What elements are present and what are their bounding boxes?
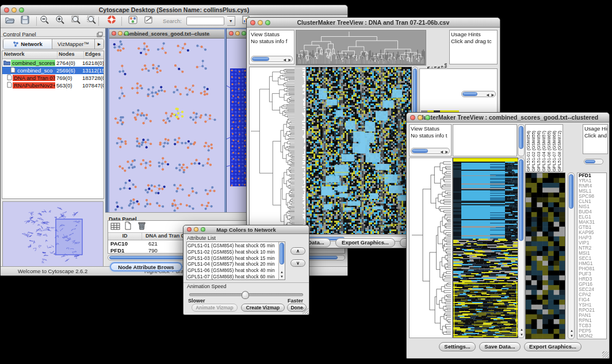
attribute-item[interactable]: GPL51-02 (GSM855) heat shock 10 min: [188, 249, 278, 255]
zoom-fit-icon[interactable]: [71, 15, 81, 26]
zoom-in-icon[interactable]: [55, 15, 65, 26]
tv2-settings-button[interactable]: Settings...: [439, 342, 476, 351]
vizmap-nodes-icon[interactable]: [128, 16, 137, 26]
tv2-gene-label[interactable]: MON2: [577, 334, 606, 339]
data-column-id[interactable]: ID: [108, 233, 142, 240]
slider-thumb[interactable]: [242, 291, 249, 299]
search-dropdown-arrow[interactable]: ▼: [227, 16, 235, 26]
treeview1-zoom-button[interactable]: [265, 20, 270, 25]
column-header-nodes[interactable]: Nodes: [58, 51, 84, 59]
tv1-zoom-hscroll[interactable]: ◀▶: [461, 91, 496, 97]
search-input[interactable]: [186, 17, 224, 25]
tv2-column-label[interactable]: GPL51-01 (GSM854): [526, 125, 531, 171]
frame2-minimize-button[interactable]: [235, 31, 240, 36]
dialog-zoom-button[interactable]: [201, 227, 205, 232]
tv1-heatmap-canvas[interactable]: [306, 67, 412, 235]
tv2-gene-vscroll[interactable]: ▲▼: [568, 173, 575, 339]
tv1-row-dendrogram-canvas[interactable]: [249, 67, 306, 235]
attribute-list-vscroll[interactable]: ▲▼: [278, 242, 285, 279]
node-attribute-browser-button[interactable]: Node Attribute Brows: [110, 262, 182, 271]
tv2-column-label[interactable]: GPL51-04 (GSM857): [541, 125, 546, 171]
tv2-column-label[interactable]: GPL51-07 (GSM868): [552, 125, 557, 171]
tv2-export-graphics-button[interactable]: Export Graphics...: [524, 342, 582, 351]
frame1-minimize-button[interactable]: [118, 31, 123, 36]
tv2-column-tree-panel[interactable]: [453, 124, 517, 156]
tv1-column-dendrogram-canvas[interactable]: [296, 30, 426, 66]
frame1-titlebar[interactable]: combined_scores_good.txt--cluste...: [109, 29, 224, 39]
tv2-column-label[interactable]: GPL51-08 (GSM872): [557, 125, 562, 171]
data-row-id: PAC10: [108, 240, 144, 247]
attribute-item[interactable]: GPL51-07 (GSM868) heat shock 60 min: [188, 274, 278, 280]
tv2-usage-hints-panel: Usage Hints Click and: [583, 124, 608, 154]
create-vizmap-button[interactable]: Create Vizmap: [241, 304, 285, 312]
zoom-button[interactable]: [19, 7, 24, 13]
network-row[interactable]: combined_scores2764(0)16218(0): [2, 59, 104, 67]
tv1-status-hscroll[interactable]: ◀▶: [251, 56, 293, 62]
dialog-resize-grip[interactable]: [302, 308, 308, 314]
tv2-column-vscroll[interactable]: [518, 124, 525, 156]
tv2-usage-hscroll[interactable]: [584, 159, 603, 164]
data-row-id: PFD1: [108, 247, 144, 254]
treeview2-title: ClusterMaker TreeView : combined_scores_…: [418, 114, 598, 121]
tv1-export-graphics-button[interactable]: Export Graphics...: [335, 238, 395, 247]
tab-overflow-arrow[interactable]: ▶: [95, 39, 104, 49]
frame1-close-button[interactable]: [112, 31, 116, 36]
tv2-save-data-button[interactable]: Save Data...: [479, 342, 521, 351]
map-dialog-titlebar[interactable]: Map Colors to Network: [183, 225, 309, 234]
move-attribute-up-button[interactable]: ∧: [290, 247, 305, 255]
annotation-icon[interactable]: [144, 16, 153, 26]
zoom-selected-icon[interactable]: [87, 15, 97, 26]
attribute-select-icon[interactable]: [110, 222, 120, 233]
animate-vizmap-button[interactable]: Animate Vizmap: [192, 304, 238, 312]
treeview2-titlebar[interactable]: ClusterMaker TreeView : combined_scores_…: [407, 113, 609, 122]
open-session-icon[interactable]: [5, 16, 15, 26]
minimize-button[interactable]: [12, 7, 17, 13]
treeview1-close-button[interactable]: [250, 20, 255, 25]
tab-vizmapper[interactable]: VizMapper™: [52, 39, 95, 49]
zoom-out-icon[interactable]: [40, 15, 49, 26]
attribute-item[interactable]: GPL51-01 (GSM854) heat shock 05 min: [188, 243, 278, 249]
column-header-network[interactable]: Network: [2, 51, 58, 59]
network-row[interactable]: RNAPuberNov2+1563(0)107847(0): [2, 82, 104, 89]
tv2-status-hscroll[interactable]: ◀▶: [411, 148, 450, 154]
tv2-resize-grip[interactable]: [602, 351, 609, 358]
new-attribute-icon[interactable]: [124, 221, 132, 232]
attribute-item[interactable]: GPL51-04 (GSM857) heat shock 20 min: [188, 261, 278, 267]
move-attribute-down-button[interactable]: ∨: [290, 259, 305, 267]
animation-speed-slider[interactable]: [189, 293, 303, 296]
network-name-cell: combined_scores: [2, 59, 55, 67]
treeview2-close-button[interactable]: [410, 115, 415, 120]
column-header-edges[interactable]: Edges: [84, 51, 104, 59]
network-view-frame-1: combined_scores_good.txt--cluste...: [108, 28, 226, 212]
attribute-item[interactable]: GPL51-06 (GSM865) heat shock 40 min: [188, 267, 278, 274]
dialog-close-button[interactable]: [187, 227, 192, 232]
treeview1-titlebar[interactable]: ClusterMaker TreeView : DNA and Tran 07-…: [247, 18, 500, 28]
tab-network[interactable]: Network: [3, 39, 52, 49]
cytoscape-titlebar[interactable]: Cytoscape Desktop (Session Name: collins…: [1, 5, 347, 15]
birdseye-view-canvas[interactable]: [2, 201, 104, 267]
frame1-zoom-button[interactable]: [124, 31, 129, 36]
tv2-heatmap-vscroll[interactable]: ▲▼: [518, 158, 525, 338]
tv2-row-dendrogram-canvas[interactable]: [409, 158, 453, 338]
save-session-icon[interactable]: [21, 16, 29, 26]
treeview1-minimize-button[interactable]: [258, 20, 263, 25]
network-nodes: 563(0): [55, 82, 81, 89]
tv2-column-label[interactable]: GPL51-06 (GSM865): [546, 125, 552, 171]
network-name-cell: combined_sco: [2, 67, 55, 74]
treeview2-zoom-button[interactable]: [425, 115, 430, 120]
treeview2-minimize-button[interactable]: [418, 115, 423, 120]
network-view-canvas[interactable]: [109, 39, 221, 212]
help-lifesaver-icon[interactable]: [107, 15, 116, 26]
frame2-zoom-button[interactable]: [242, 31, 246, 36]
delete-attribute-icon[interactable]: [138, 221, 146, 232]
tv2-column-label[interactable]: GPL51-02 (GSM855): [531, 125, 536, 171]
network-row[interactable]: combined_sco2569(6)13112(15): [2, 67, 104, 74]
close-button[interactable]: [4, 7, 9, 13]
tv2-column-label[interactable]: GPL51-03 (GSM856): [536, 125, 541, 171]
attribute-item[interactable]: GPL51-03 (GSM856) heat shock 15 min: [188, 255, 278, 262]
frame2-close-button[interactable]: [229, 31, 234, 36]
dialog-minimize-button[interactable]: [194, 227, 198, 232]
tv2-detail-heatmap-canvas[interactable]: [525, 173, 565, 339]
tv2-heatmap-canvas[interactable]: [453, 158, 518, 338]
network-row[interactable]: DNA and Tran 07769(0)183728(0): [2, 74, 104, 82]
